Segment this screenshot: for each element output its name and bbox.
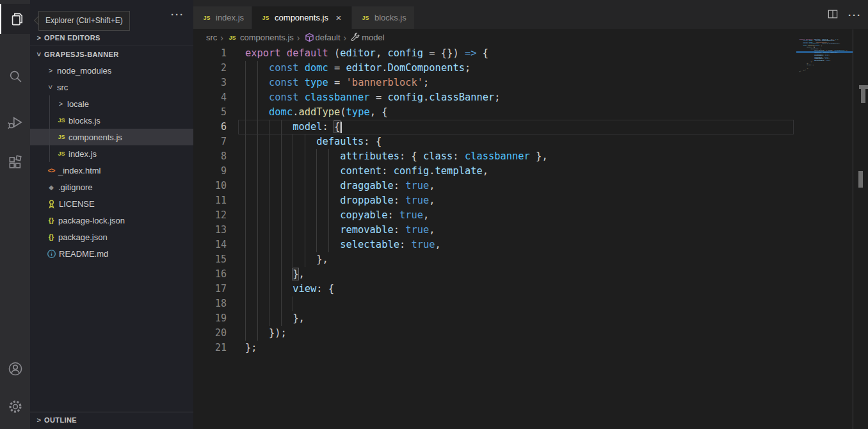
breadcrumb-item-model[interactable]: model <box>350 33 384 42</box>
breadcrumb-separator: › <box>344 33 347 43</box>
code-line-10[interactable]: 10 draggable: true, <box>193 179 868 193</box>
line-number: 12 <box>193 208 227 223</box>
line-number: 1 <box>193 46 227 61</box>
explorer-tooltip: Explorer (Ctrl+Shift+E) <box>38 11 130 31</box>
tree-item-node-modules[interactable]: >node_modules <box>30 62 193 79</box>
line-number: 13 <box>193 223 227 238</box>
breadcrumb-item-components-js[interactable]: JScomponents.js <box>227 33 294 42</box>
close-icon[interactable]: × <box>334 12 344 23</box>
code-line-12[interactable]: 12 copyable: true, <box>193 208 868 223</box>
symbol-cube-icon <box>305 33 314 42</box>
outline-label: OUTLINE <box>44 416 77 424</box>
tree-item-locale[interactable]: >locale <box>30 95 193 112</box>
line-number: 3 <box>193 76 227 90</box>
js-file-icon: JS <box>56 150 67 157</box>
code-line-11[interactable]: 11 droppable: true, <box>193 193 868 208</box>
project-root-label: GRAPESJS-BANNER <box>44 51 119 58</box>
tree-item-label: node_modules <box>57 66 111 76</box>
extensions-icon[interactable] <box>0 147 30 177</box>
outline-section[interactable]: > OUTLINE <box>30 412 193 428</box>
line-number: 19 <box>193 311 227 326</box>
open-editors-section[interactable]: > OPEN EDITORS <box>30 30 193 45</box>
git-file-icon: ◆ <box>45 184 57 191</box>
code-line-17[interactable]: 17 view: { <box>193 282 868 296</box>
code-line-2[interactable]: 2 const domc = editor.DomComponents; <box>193 61 868 76</box>
tree-item-package-lock-json[interactable]: {}package-lock.json <box>30 212 193 229</box>
code-line-13[interactable]: 13 removable: true, <box>193 223 868 238</box>
tab-index-js[interactable]: JSindex.js <box>193 6 252 29</box>
line-number: 6 <box>193 120 227 134</box>
code-line-20[interactable]: 20 }); <box>193 326 868 341</box>
editor-more-actions-icon[interactable]: ··· <box>848 10 862 20</box>
breadcrumb-separator: › <box>297 33 300 43</box>
tab-label: components.js <box>275 13 328 22</box>
chevron-right-icon: > <box>34 34 44 42</box>
explorer-icon[interactable] <box>0 4 30 34</box>
tree-item-label: components.js <box>68 133 122 142</box>
file-tree: >node_modules>src>localeJSblocks.jsJScom… <box>30 62 193 262</box>
overview-marker <box>858 171 863 188</box>
tree-item-license[interactable]: LICENSE <box>30 195 193 212</box>
json-file-icon: {} <box>45 216 57 224</box>
code-line-7[interactable]: 7 defaults: { <box>193 134 868 149</box>
tree-item-index-js[interactable]: JSindex.js <box>30 145 193 162</box>
js-file-icon: JS <box>56 117 67 124</box>
tree-item-blocks-js[interactable]: JSblocks.js <box>30 112 193 129</box>
tree-item-components-js[interactable]: JScomponents.js <box>30 129 193 145</box>
breadcrumb: src›JScomponents.js›default›model <box>193 29 868 46</box>
split-editor-icon[interactable] <box>826 8 839 22</box>
breadcrumb-label: components.js <box>240 33 294 42</box>
code-line-4[interactable]: 4 const classbanner = config.classBanner… <box>193 90 868 105</box>
code-line-6[interactable]: 6 model: { <box>193 120 868 134</box>
breadcrumb-item-default[interactable]: default <box>303 33 341 42</box>
tab-label: blocks.js <box>374 13 406 22</box>
code-line-19[interactable]: 19 }, <box>193 311 868 326</box>
js-file-icon: JS <box>360 15 371 21</box>
code-line-9[interactable]: 9 content: config.template, <box>193 164 868 179</box>
breadcrumb-separator: › <box>220 33 223 43</box>
code-line-3[interactable]: 3 const type = 'bannerblock'; <box>193 76 868 90</box>
account-icon[interactable] <box>0 353 30 384</box>
symbol-wrench-icon <box>351 33 360 42</box>
line-number: 16 <box>193 267 227 282</box>
license-file-icon <box>47 199 56 209</box>
line-number: 8 <box>193 149 227 164</box>
tree-item--gitignore[interactable]: ◆.gitignore <box>30 179 193 195</box>
minimap[interactable]: export default (editor, config = {}) => … <box>796 38 853 231</box>
overview-marker <box>861 89 865 103</box>
tree-item-readme-md[interactable]: README.md <box>30 245 193 262</box>
line-number: 17 <box>193 282 227 296</box>
line-number: 20 <box>193 326 227 341</box>
tree-item-package-json[interactable]: {}package.json <box>30 229 193 245</box>
breadcrumb-label: model <box>362 33 384 42</box>
activity-bar <box>0 0 30 429</box>
tree-item-label: index.js <box>68 149 97 159</box>
search-icon[interactable] <box>0 61 30 91</box>
tree-item--index-html[interactable]: <>_index.html <box>30 162 193 179</box>
tab-components-js[interactable]: JScomponents.js× <box>252 6 351 29</box>
tree-item-src[interactable]: >src <box>30 79 193 95</box>
breadcrumb-label: default <box>316 33 341 42</box>
code-line-18[interactable]: 18 <box>193 296 868 311</box>
code-line-16[interactable]: 16 }, <box>193 267 868 282</box>
overview-ruler-scrollbar[interactable] <box>853 29 868 429</box>
sidebar-more-actions-icon[interactable]: ··· <box>171 9 184 20</box>
run-debug-icon[interactable] <box>0 107 30 137</box>
project-root-folder[interactable]: > GRAPESJS-BANNER <box>30 45 193 62</box>
tab-blocks-js[interactable]: JSblocks.js <box>352 6 414 29</box>
code-line-15[interactable]: 15 }, <box>193 252 868 267</box>
code-line-8[interactable]: 8 attributes: { class: classbanner }, <box>193 149 868 164</box>
code-line-14[interactable]: 14 selectable: true, <box>193 238 868 252</box>
code-line-1[interactable]: 1export default (editor, config = {}) =>… <box>193 46 868 61</box>
code-line-5[interactable]: 5 domc.addType(type, { <box>193 105 868 120</box>
tree-item-label: README.md <box>59 249 108 259</box>
line-number: 11 <box>193 193 227 208</box>
chevron-right-icon: > <box>34 416 44 424</box>
breadcrumb-item-src[interactable]: src <box>206 33 217 42</box>
settings-icon[interactable] <box>0 391 30 421</box>
code-line-21[interactable]: 21}; <box>193 341 868 355</box>
open-editors-label: OPEN EDITORS <box>44 34 100 42</box>
code-line-21: }; <box>796 71 853 73</box>
editor-group: JSindex.jsJScomponents.js×JSblocks.js ··… <box>193 0 868 429</box>
line-number: 7 <box>193 134 227 149</box>
